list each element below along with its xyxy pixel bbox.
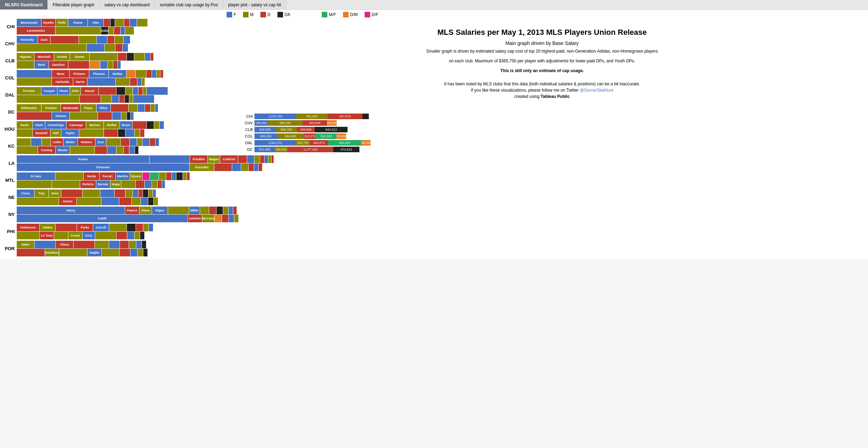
block-donovan-bottom: Donovan [17, 163, 189, 171]
block-bieler: Bieler [63, 138, 77, 146]
block-por-b1 [35, 241, 55, 248]
block-valdes: Valdes [40, 224, 55, 231]
block-dal-b1 [133, 87, 138, 95]
block-dal-large [17, 95, 79, 103]
block-dal-r3 [80, 95, 101, 103]
block-dal-b4 [133, 95, 154, 103]
bar-col-M: 694,900 [277, 133, 304, 139]
block-kc-r3 [95, 146, 107, 154]
block-chv-large [17, 44, 86, 52]
block-ne-r1 [61, 190, 82, 197]
bar-clb-F: 532,635 [254, 127, 275, 132]
block-bernier: Bernier [96, 180, 110, 188]
info-note-1: It has been noted by MLS clubs that this… [237, 81, 847, 87]
block-col-o2 [157, 70, 160, 78]
block-phi-o5 [95, 232, 116, 239]
tab-mlspu-dashboard[interactable]: MLSPU Dashboard [0, 0, 48, 9]
legend-color-M [243, 12, 249, 17]
block-phi-b1 [149, 224, 153, 231]
block-miller: Miller [189, 207, 200, 214]
block-collin: Collin [51, 138, 63, 146]
block-col-r3 [130, 78, 137, 86]
team-row-phi: PHI Kieberson Valdes Parke Carroll [3, 224, 216, 239]
block-chara: Chara [56, 241, 73, 248]
block-digao: Digao [152, 207, 168, 214]
block-cisse: Cisse [17, 190, 34, 197]
block-mccarty: McCarty [202, 215, 214, 222]
block-nielsen: Nielsen [78, 138, 95, 146]
block-clb-r4 [113, 61, 117, 69]
block-kc-r2 [150, 138, 155, 146]
block-alex: Alex [88, 19, 104, 26]
team-label-chv: CHV [3, 41, 17, 46]
bar-row-chi: CHI 1,073,750 801,625 927,670 [244, 114, 847, 119]
block-kc-o5 [17, 146, 38, 154]
block-nesta: Nesta [84, 172, 99, 180]
team-row-hou: HOU Davis Clark Cummings Camargo Barnes … [3, 121, 216, 137]
bar-col-D: 310,276 [304, 133, 316, 139]
block-hou-bk1 [147, 121, 154, 129]
block-clb-b3 [100, 61, 107, 69]
block-parke: Parke [77, 224, 93, 231]
block-phi-o6 [135, 232, 140, 239]
block-arrieta: Arrieta [54, 53, 70, 61]
block-teixera: Teixera [52, 112, 69, 120]
block-ne-b1 [100, 190, 114, 197]
block-dc-b4 [131, 112, 134, 120]
block-chi-r4 [125, 27, 134, 34]
block-por-b4 [130, 249, 137, 256]
bar-dal-F: 1,062,276 [254, 140, 296, 146]
block-higuain: Higuain [17, 53, 34, 61]
block-mtl-o2 [159, 172, 166, 180]
bar-dc-GK: 674,613 [333, 147, 359, 152]
block-col-large [17, 70, 52, 78]
legend-color-GK [277, 12, 283, 17]
block-dc-o4 [121, 112, 127, 120]
bar-chi-M: 801,625 [296, 114, 328, 119]
block-por-r2 [120, 241, 129, 248]
tab-player-plot[interactable]: player plot - salary vs cap hit [223, 0, 286, 9]
block-alston: Alston [59, 198, 76, 205]
bar-row-dc: DC 521,650 330,000 1,177,150 674,613 [244, 147, 847, 152]
block-mtl-pk1 [143, 172, 150, 180]
block-por-bk2 [143, 249, 147, 256]
legend-color-DF [365, 12, 370, 17]
block-ne-large [17, 198, 59, 205]
block-donovan-top [150, 155, 190, 163]
team-label-chi: CHI [3, 24, 17, 29]
info-subtitle: Main graph driven by Base Salary [237, 40, 847, 46]
team-row-ne: NE Cisse Toja Sene [3, 190, 216, 205]
twitter-link[interactable]: @SoccerStatHunt [580, 88, 613, 93]
block-dal-r2 [138, 87, 143, 95]
block-por-o4 [102, 249, 119, 256]
block-hou-r2 [104, 129, 118, 137]
block-kc-o1 [17, 138, 31, 146]
bar-chi-D: 927,670 [328, 114, 363, 119]
legend-DF: D/F [365, 12, 378, 17]
block-phi-o3 [17, 232, 39, 239]
block-ne-o1 [83, 190, 100, 197]
block-clark: Clark [33, 121, 45, 129]
info-box: MLS Salaries per May 1, 2013 MLS Players… [223, 28, 861, 152]
tab-sortable-club[interactable]: sortable club cap usage by Pos [155, 0, 223, 9]
tab-filterable-player[interactable]: Filterable player graph [48, 0, 99, 9]
team-label-ne: NE [3, 195, 17, 200]
block-dal-o1 [125, 87, 132, 95]
block-dc-b1 [138, 104, 145, 112]
block-clb-o3 [17, 61, 34, 69]
block-hou-r1 [132, 121, 146, 129]
block-chv-o2 [115, 36, 123, 44]
block-phi-r1 [56, 224, 77, 231]
block-mtl-b3 [162, 180, 165, 188]
block-chi-r1 [108, 27, 114, 34]
bar-dc-F: 521,650 [254, 147, 275, 152]
tab-salary-vs-cap[interactable]: salary vs cap dashboard [99, 0, 155, 9]
block-por-r3 [17, 249, 45, 256]
block-cummings: Cummings [45, 121, 66, 129]
main-container: F M D GK M/F D/M D/F [0, 10, 868, 259]
team-label-mtl: MTL [3, 178, 17, 183]
block-ne-b5 [141, 198, 148, 205]
block-taylor: Taylor [61, 129, 79, 137]
block-pontius: Pontius [41, 104, 61, 112]
block-carroll: Carroll [93, 224, 109, 231]
